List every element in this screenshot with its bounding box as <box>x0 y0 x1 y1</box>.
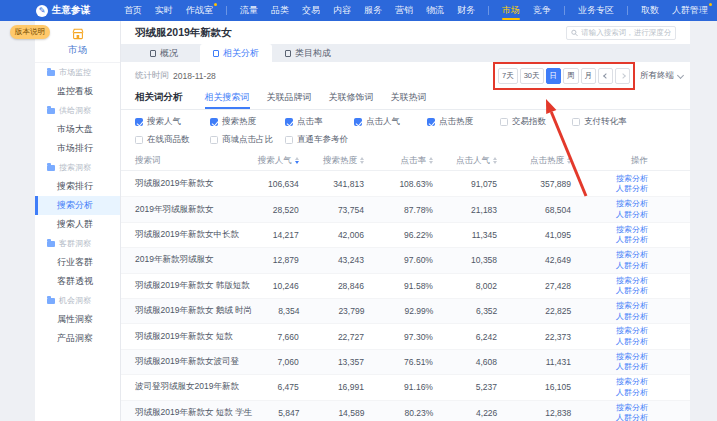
search-input[interactable] <box>581 28 671 37</box>
nav-item-category[interactable]: 品类 <box>271 0 289 21</box>
cell-click-rate: 76.51% <box>364 357 433 367</box>
sidebar-item-search-rank[interactable]: 搜索排行 <box>35 177 120 196</box>
nav-item-business-zone[interactable]: 业务专区 <box>578 0 614 21</box>
sidebar-item-customer-view[interactable]: 客群透视 <box>35 272 120 291</box>
nav-item-realtime[interactable]: 实时 <box>155 0 173 21</box>
nav-item-trade[interactable]: 交易 <box>302 0 320 21</box>
header-click-heat[interactable]: 点击热度 <box>497 155 571 167</box>
sidebar-group-opportunity-insight: 机会洞察 <box>35 291 120 310</box>
header-search-heat[interactable]: 搜索热度 <box>299 155 364 167</box>
crowd-analysis-link[interactable]: 人群分析 <box>616 210 648 220</box>
filter-click-rate[interactable]: 点击率 <box>285 116 354 128</box>
nav-item-marketing[interactable]: 营销 <box>395 0 413 21</box>
tab-related-modifier-words[interactable]: 关联修饰词 <box>329 91 374 109</box>
sidebar-item-product-insight[interactable]: 产品洞察 <box>35 329 120 348</box>
version-badge[interactable]: 版本说明 <box>10 25 50 39</box>
range-week-button[interactable]: 周 <box>563 68 579 84</box>
brand[interactable]: ✎ 生意参谋 <box>36 4 90 17</box>
checkbox[interactable] <box>500 118 508 126</box>
checkbox[interactable] <box>354 118 362 126</box>
crowd-analysis-link[interactable]: 人群分析 <box>616 362 648 372</box>
filter-online-products[interactable]: 在线商品数 <box>135 134 210 146</box>
crowd-analysis-link[interactable]: 人群分析 <box>616 261 648 271</box>
checkbox[interactable] <box>135 118 143 126</box>
sidebar-item-industry-customer[interactable]: 行业客群 <box>35 253 120 272</box>
terminal-filter-dropdown[interactable]: 所有终端 <box>640 70 683 82</box>
nav-item-service[interactable]: 服务 <box>364 0 382 21</box>
search-analysis-link[interactable]: 搜索分析 <box>616 403 648 413</box>
crowd-analysis-link[interactable]: 人群分析 <box>616 312 648 322</box>
range-day-button[interactable]: 日 <box>546 68 562 84</box>
nav-item-finance[interactable]: 财务 <box>457 0 475 21</box>
search-analysis-link[interactable]: 搜索分析 <box>616 199 648 209</box>
range-month-button[interactable]: 月 <box>581 68 597 84</box>
search-analysis-link[interactable]: 搜索分析 <box>616 326 648 336</box>
crowd-analysis-link[interactable]: 人群分析 <box>616 235 648 245</box>
header-search-popularity[interactable]: 搜索人气 <box>251 155 298 167</box>
nav-item-home[interactable]: 首页 <box>124 0 142 21</box>
nav-item-compete[interactable]: 竞争 <box>533 0 551 21</box>
tab-related-analysis[interactable]: 相关分析 <box>200 44 272 62</box>
tab-overview[interactable]: 概况 <box>128 44 200 62</box>
crowd-analysis-link[interactable]: 人群分析 <box>616 388 648 398</box>
filter-trade-index[interactable]: 交易指数 <box>500 116 572 128</box>
sidebar-item-market-rank[interactable]: 市场排行 <box>35 139 120 158</box>
filter-search-heat[interactable]: 搜索热度 <box>210 116 285 128</box>
checkbox[interactable] <box>285 136 293 144</box>
nav-item-warroom[interactable]: 作战室 <box>186 0 213 21</box>
checkbox[interactable] <box>210 136 218 144</box>
tab-related-brand-words[interactable]: 关联品牌词 <box>267 91 312 109</box>
checkbox[interactable] <box>285 118 293 126</box>
cell-search-term: 羽绒服2019年新款女 短款 学生 <box>135 407 252 419</box>
sidebar-item-search-crowd[interactable]: 搜索人群 <box>35 215 120 234</box>
filter-click-popularity[interactable]: 点击人气 <box>354 116 427 128</box>
crowd-analysis-link[interactable]: 人群分析 <box>616 286 648 296</box>
cell-search-heat: 13,357 <box>299 357 364 367</box>
checkbox[interactable] <box>135 136 143 144</box>
filter-row-1: 搜索人气 搜索热度 点击率 点击人气 点击热度 交易指数 支付转化率 <box>135 116 676 128</box>
folder-icon <box>47 165 55 171</box>
tab-category-composition[interactable]: 类目构成 <box>272 44 344 62</box>
filter-click-heat[interactable]: 点击热度 <box>427 116 500 128</box>
prev-period-button[interactable] <box>598 68 613 84</box>
header-click-popularity[interactable]: 点击人气 <box>433 155 497 167</box>
tab-related-search-words[interactable]: 相关搜索词 <box>205 91 250 109</box>
chevron-left-icon <box>603 73 609 79</box>
crowd-analysis-link[interactable]: 人群分析 <box>616 413 648 421</box>
search-analysis-link[interactable]: 搜索分析 <box>616 301 648 311</box>
filter-mall-click-share[interactable]: 商城点击占比 <box>210 134 285 146</box>
sidebar-item-attribute-insight[interactable]: 属性洞察 <box>35 310 120 329</box>
crowd-analysis-link[interactable]: 人群分析 <box>616 337 648 347</box>
header-click-rate[interactable]: 点击率 <box>364 155 433 167</box>
filter-search-popularity[interactable]: 搜索人气 <box>135 116 210 128</box>
nav-item-content[interactable]: 内容 <box>333 0 351 21</box>
next-period-button[interactable] <box>615 68 630 84</box>
cell-search-pop: 14,217 <box>251 230 298 240</box>
nav-item-data-fetch[interactable]: 取数 <box>641 0 659 21</box>
checkbox[interactable] <box>572 118 580 126</box>
search-analysis-link[interactable]: 搜索分析 <box>616 352 648 362</box>
range-30d-button[interactable]: 30天 <box>520 68 544 84</box>
search-analysis-link[interactable]: 搜索分析 <box>616 377 648 387</box>
nav-item-crowd-manage[interactable]: 人群管理 <box>672 0 708 21</box>
search-analysis-link[interactable]: 搜索分析 <box>616 276 648 286</box>
nav-item-traffic[interactable]: 流量 <box>240 0 258 21</box>
search-analysis-link[interactable]: 搜索分析 <box>616 250 648 260</box>
nav-item-market[interactable]: 市场 <box>502 0 520 21</box>
keyword-search-box[interactable] <box>566 26 676 40</box>
crowd-analysis-link[interactable]: 人群分析 <box>616 184 648 194</box>
sidebar-item-market-overview[interactable]: 市场大盘 <box>35 120 120 139</box>
sidebar-item-search-analysis[interactable]: 搜索分析 <box>35 196 120 215</box>
nav-item-logistics[interactable]: 物流 <box>426 0 444 21</box>
sidebar-item-monitor-board[interactable]: 监控看板 <box>35 82 120 101</box>
search-analysis-link[interactable]: 搜索分析 <box>616 225 648 235</box>
checkbox[interactable] <box>210 118 218 126</box>
tab-related-hot-words[interactable]: 关联热词 <box>391 91 427 109</box>
filter-pay-conversion[interactable]: 支付转化率 <box>572 116 676 128</box>
cell-click-rate: 80.23% <box>364 408 433 418</box>
range-7d-button[interactable]: 7天 <box>498 68 518 84</box>
sidebar-group-supply-insight: 供给洞察 <box>35 101 120 120</box>
search-analysis-link[interactable]: 搜索分析 <box>616 174 648 184</box>
checkbox[interactable] <box>427 118 435 126</box>
filter-ztc-ref-price[interactable]: 直通车参考价 <box>285 134 354 146</box>
